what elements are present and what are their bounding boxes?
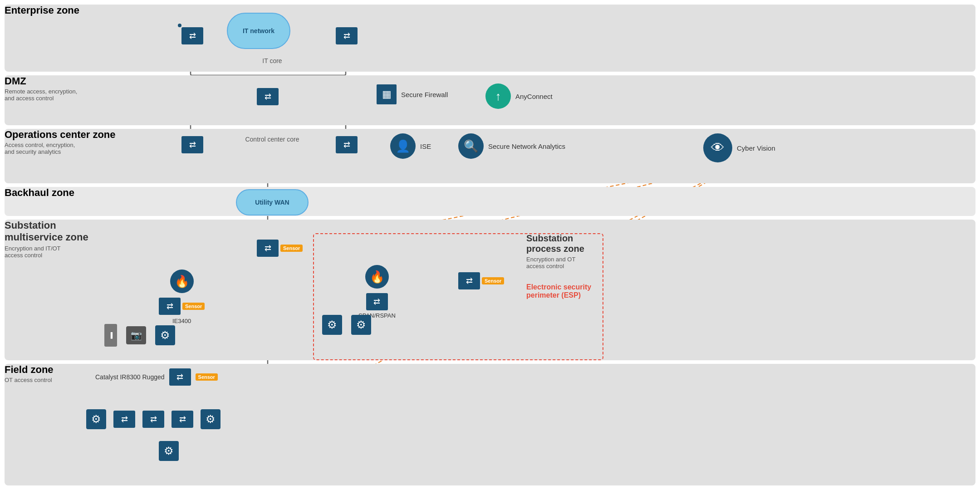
sna-icon: 🔍 — [458, 133, 484, 159]
ops-zone-title: Operations center zone — [5, 129, 116, 140]
ops-switch-right: ⇄ — [336, 136, 358, 153]
firewall-icon: ▦ — [377, 84, 397, 104]
backhaul-zone-title: Backhaul zone — [5, 187, 74, 198]
process-desc1: Encryption and OT — [526, 256, 591, 263]
dmz-switch: ⇄ — [257, 88, 279, 105]
utility-wan-cloud: Utility WAN — [236, 189, 309, 216]
cybervision-label: Cyber Vision — [737, 144, 775, 152]
backhaul-zone: Backhaul zone Utility WAN — [5, 187, 975, 216]
span-sensor-badge: Sensor — [482, 277, 504, 284]
substation-process-zone-label: Substation process zone Encryption and O… — [526, 233, 591, 299]
field-switch-2: ⇄ — [142, 411, 164, 428]
it-network-label: IT network — [243, 27, 274, 34]
ir8300-label: Catalyst IR8300 Rugged — [95, 373, 165, 381]
anyconnect-label: AnyConnect — [515, 93, 553, 100]
top-sensor-badge: Sensor — [280, 245, 303, 252]
enterprise-zone: Enterprise zone IT network ⇄ ⇄ IT core — [5, 5, 975, 72]
ops-switch-left: ⇄ — [181, 136, 203, 153]
ie3400-sensor-badge: Sensor — [182, 303, 205, 310]
field-switch-3: ⇄ — [172, 411, 193, 428]
ie3400-group: 🔥 ⇄ Sensor IE3400 — [159, 270, 205, 324]
esp-label1: Electronic security — [526, 283, 591, 291]
ir8300-group: Catalyst IR8300 Rugged ⇄ Sensor — [95, 368, 218, 386]
field-devices-row: ⚙ ⇄ ⇄ ⇄ ⚙ — [86, 409, 220, 429]
enterprise-switch-left: ⇄ — [181, 27, 203, 44]
field-gear-2: ⚙ — [201, 409, 220, 429]
enterprise-zone-title: Enterprise zone — [5, 5, 79, 16]
sna-label: Secure Network Analytics — [488, 142, 565, 150]
span-group: 🔥 ⇄ SPAN/RSPAN — [358, 265, 396, 319]
ir8300-switch: ⇄ — [169, 368, 191, 386]
anyconnect-icon: ↑ — [485, 83, 511, 109]
ops-zone: Operations center zone Access control, e… — [5, 129, 975, 183]
ied-gear-1: ⚙ — [322, 315, 342, 335]
firewall-label: Secure Firewall — [401, 91, 448, 98]
ie3400-label: IE3400 — [172, 318, 191, 324]
process-zone-title: Substation — [526, 233, 591, 244]
gear-device-1: ⚙ — [155, 325, 175, 345]
field-zone-title: Field zone — [5, 364, 54, 375]
esp-label2: perimeter (ESP) — [526, 291, 591, 299]
top-sensor-switch: ⇄ Sensor — [257, 240, 303, 257]
ied-gear-2: ⚙ — [351, 315, 371, 335]
dmz-zone-title: DMZ — [5, 75, 26, 87]
field-zone: Field zone OT access control Catalyst IR… — [5, 364, 975, 485]
substation-multi-title: Substation — [5, 220, 975, 231]
it-network-cloud: IT network — [227, 13, 290, 49]
process-desc2: access control — [526, 263, 591, 270]
control-center-core-label: Control center core — [213, 135, 331, 143]
span-switch: ⇄ — [366, 293, 388, 310]
enterprise-switch-right: ⇄ — [336, 27, 358, 44]
ied-group: ⚙ ⚙ — [322, 315, 371, 335]
multi-bottom-devices: ▐ 📷 ⚙ — [104, 324, 175, 347]
it-core-label: IT core — [227, 57, 318, 65]
ie3400-flame-icon: 🔥 — [170, 270, 194, 293]
ise-group: 👤 ISE — [390, 133, 431, 159]
utility-wan-label: Utility WAN — [255, 199, 289, 206]
field-gear-1: ⚙ — [86, 409, 106, 429]
process-zone-title2: process zone — [526, 244, 591, 254]
field-switch-1: ⇄ — [113, 411, 135, 428]
span-sensor-group: ⇄ Sensor — [458, 272, 504, 289]
dmz-zone: DMZ Remote access, encryption, and acces… — [5, 75, 975, 125]
ir8300-sensor-badge: Sensor — [196, 373, 218, 381]
sna-group: 🔍 Secure Network Analytics — [458, 133, 565, 159]
field-bottom-gear: ⚙ — [159, 441, 179, 461]
cybervision-group: 👁 Cyber Vision — [703, 133, 775, 162]
process-flame-icon: 🔥 — [365, 265, 389, 289]
camera-device: 📷 — [126, 326, 146, 344]
anyconnect-group: ↑ AnyConnect — [485, 83, 553, 109]
cybervision-icon: 👁 — [703, 133, 732, 162]
field-gear-3: ⚙ — [159, 441, 179, 461]
ise-icon: 👤 — [390, 133, 416, 159]
main-diagram: Enterprise zone IT network ⇄ ⇄ IT core D… — [0, 0, 980, 490]
secure-firewall-group: ▦ Secure Firewall — [377, 84, 448, 104]
ise-label: ISE — [420, 142, 431, 150]
substation-multi-zone: Substation multiservice zone Encryption … — [5, 220, 975, 360]
plc-device: ▐ — [104, 324, 117, 347]
